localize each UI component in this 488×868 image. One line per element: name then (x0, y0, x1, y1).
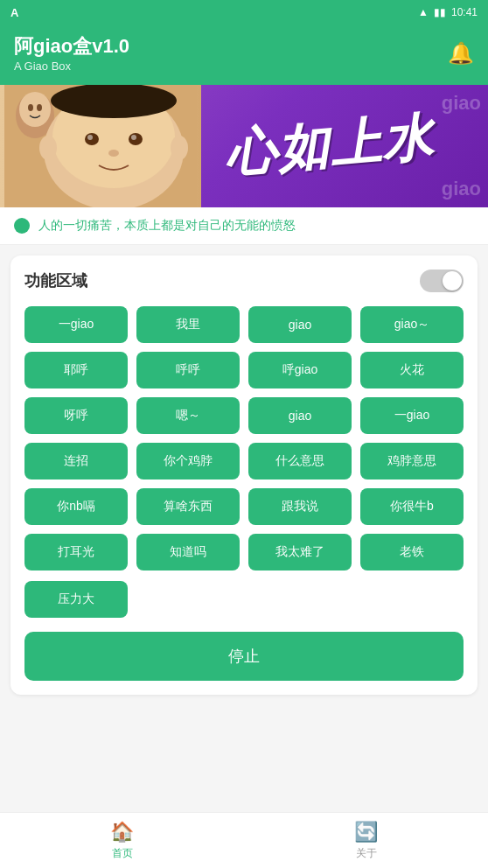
banner-chinese: 心如上水 (222, 103, 437, 190)
sound-btn-yigiao2[interactable]: 一giao (360, 397, 464, 434)
sound-btn-giao1[interactable]: giao (248, 306, 352, 343)
battery-status: ▮▮ (434, 6, 446, 18)
sound-btn-zhidaoma[interactable]: 知道吗 (136, 534, 240, 570)
sound-btn-huhu[interactable]: 呼呼 (136, 352, 240, 388)
title-block: 阿giao盒v1.0 A Giao Box (14, 33, 129, 73)
sound-btn-woli[interactable]: 我里 (136, 306, 240, 343)
func-title: 功能区域 (24, 270, 87, 291)
time-label: 10:41 (451, 6, 478, 18)
quote-dot (14, 218, 30, 234)
sound-btn-en[interactable]: 嗯～ (136, 397, 240, 434)
home-label: 首页 (112, 846, 133, 861)
banner: giao giao giao giao (0, 85, 488, 207)
stop-button[interactable]: 停止 (24, 632, 464, 681)
sound-btn-henniub[interactable]: 你很牛b (360, 488, 464, 525)
app-subtitle: A Giao Box (14, 60, 129, 73)
status-bar: A ▲ ▮▮ 10:41 (0, 0, 488, 24)
func-header: 功能区域 (24, 270, 464, 292)
sound-btn-yafu[interactable]: 呀呼 (24, 397, 128, 434)
sound-btn-jiboyisi[interactable]: 鸡脖意思 (360, 443, 464, 480)
app-title: 阿giao盒v1.0 (14, 33, 129, 60)
sound-btn-huohua[interactable]: 火花 (360, 352, 464, 388)
home-icon: 🏠 (110, 821, 134, 844)
quote-text: 人的一切痛苦，本质上都是对自己的无能的愤怒 (38, 218, 296, 234)
carrier-label: A (10, 6, 18, 19)
sound-btn-wotan[interactable]: 我太难了 (248, 534, 352, 570)
banner-text: 心如上水 (171, 85, 488, 207)
sound-btn-lianzao[interactable]: 连招 (24, 443, 128, 480)
svg-point-10 (131, 135, 136, 140)
sound-btn-yehu[interactable]: 耶呼 (24, 352, 128, 388)
main-content: giao giao giao giao (0, 85, 488, 766)
sound-btn-giao2[interactable]: giao (248, 397, 352, 434)
bottom-nav: 🏠 首页 🔄 关于 (0, 812, 488, 868)
nav-item-home[interactable]: 🏠 首页 (0, 814, 244, 868)
svg-point-9 (87, 135, 93, 140)
sound-btn-shenme[interactable]: 什么意思 (248, 443, 352, 480)
svg-point-11 (108, 150, 119, 157)
status-right: ▲ ▮▮ 10:41 (418, 6, 478, 18)
sound-btn-yigiao[interactable]: 一giao (24, 306, 128, 343)
sound-btn-yali[interactable]: 压力大 (24, 581, 128, 618)
sound-btn-hugiao[interactable]: 呼giao (248, 352, 352, 388)
sound-btn-jibo[interactable]: 你个鸡脖 (136, 443, 240, 480)
sound-btn-laotie[interactable]: 老铁 (360, 534, 464, 570)
sound-btn-suanga[interactable]: 算啥东西 (136, 488, 240, 525)
svg-point-3 (28, 104, 33, 111)
about-icon: 🔄 (354, 821, 378, 844)
svg-point-2 (19, 92, 51, 127)
toggle-switch[interactable] (420, 270, 464, 292)
sound-btn-giao-wave[interactable]: giao～ (360, 306, 464, 343)
nav-item-about[interactable]: 🔄 关于 (244, 814, 488, 868)
about-label: 关于 (356, 846, 377, 861)
sound-btn-genwoshuo[interactable]: 跟我说 (248, 488, 352, 525)
svg-point-12 (39, 136, 57, 160)
sound-btn-nb[interactable]: 你nb嗝 (24, 488, 128, 525)
bell-icon[interactable]: 🔔 (448, 41, 474, 66)
sound-btn-daguang[interactable]: 打耳光 (24, 534, 128, 570)
btn-row-single: 压力大 (24, 581, 464, 618)
sound-button-grid: 一giao 我里 giao giao～ 耶呼 呼呼 呼giao 火花 呀呼 嗯～… (24, 306, 464, 570)
function-area: 功能区域 一giao 我里 giao giao～ 耶呼 呼呼 呼giao 火花 … (10, 256, 478, 695)
quote-bar: 人的一切痛苦，本质上都是对自己的无能的愤怒 (0, 207, 488, 245)
svg-point-4 (37, 104, 42, 111)
wifi-status: ▲ (418, 6, 429, 18)
top-bar: 阿giao盒v1.0 A Giao Box 🔔 (0, 24, 488, 85)
